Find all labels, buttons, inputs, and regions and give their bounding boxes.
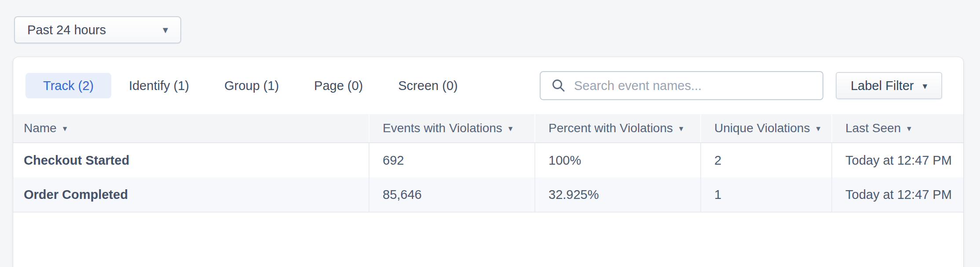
tab-label: Page (0) (314, 79, 363, 93)
violations-card: Track (2) Identify (1) Group (1) Page (0… (13, 57, 963, 267)
tab-identify[interactable]: Identify (1) (111, 73, 207, 98)
column-header-label: Percent with Violations (549, 121, 673, 135)
search-box (540, 71, 823, 100)
time-range-value: Past 24 hours (27, 23, 106, 37)
column-header-last-seen[interactable]: Last Seen ▾ (831, 114, 963, 142)
search-input[interactable] (574, 79, 812, 93)
column-header-name[interactable]: Name ▾ (13, 114, 369, 142)
tab-track[interactable]: Track (2) (26, 73, 111, 98)
caret-down-icon: ▾ (922, 81, 927, 90)
table-row[interactable]: Checkout Started 692 100% 2 Today at 12:… (13, 143, 963, 177)
cell-unique-violations: 1 (700, 177, 831, 212)
table-header-row: Name ▾ Events with Violations ▾ Percent … (13, 114, 963, 143)
tab-screen[interactable]: Screen (0) (380, 73, 475, 98)
column-header-label: Unique Violations (714, 121, 810, 135)
tab-label: Identify (1) (129, 79, 189, 93)
sort-caret-icon: ▾ (907, 124, 911, 133)
tab-label: Track (2) (43, 79, 94, 93)
search-icon (551, 78, 566, 93)
sort-caret-icon: ▾ (63, 124, 67, 133)
sort-caret-icon: ▾ (679, 124, 684, 133)
tab-group[interactable]: Group (1) (207, 73, 296, 98)
toolbar: Track (2) Identify (1) Group (1) Page (0… (13, 57, 963, 114)
cell-last-seen: Today at 12:47 PM (831, 143, 963, 177)
cell-percent-violations: 100% (534, 143, 700, 177)
cell-unique-violations: 2 (700, 143, 831, 177)
sort-caret-icon: ▾ (508, 124, 513, 133)
column-header-label: Last Seen (845, 121, 901, 135)
cell-event-name[interactable]: Checkout Started (13, 143, 369, 177)
column-header-unique-violations[interactable]: Unique Violations ▾ (700, 114, 831, 142)
tab-label: Group (1) (224, 79, 279, 93)
cell-event-name[interactable]: Order Completed (13, 177, 369, 212)
label-filter-button[interactable]: Label Filter ▾ (836, 72, 942, 99)
cell-events-violations: 85,646 (369, 177, 534, 212)
column-header-label: Events with Violations (383, 121, 502, 135)
cell-events-violations: 692 (369, 143, 534, 177)
cell-percent-violations: 32.925% (534, 177, 700, 212)
column-header-label: Name (24, 121, 57, 135)
tab-label: Screen (0) (398, 79, 457, 93)
caret-down-icon: ▾ (163, 25, 168, 35)
tab-page[interactable]: Page (0) (296, 73, 380, 98)
column-header-percent-with-violations[interactable]: Percent with Violations ▾ (534, 114, 700, 142)
cell-last-seen: Today at 12:47 PM (831, 177, 963, 212)
time-range-dropdown[interactable]: Past 24 hours ▾ (14, 16, 181, 43)
column-header-events-with-violations[interactable]: Events with Violations ▾ (369, 114, 534, 142)
label-filter-text: Label Filter (851, 79, 914, 93)
event-type-tabs: Track (2) Identify (1) Group (1) Page (0… (26, 73, 475, 98)
sort-caret-icon: ▾ (816, 124, 820, 133)
table-row[interactable]: Order Completed 85,646 32.925% 1 Today a… (13, 177, 963, 213)
